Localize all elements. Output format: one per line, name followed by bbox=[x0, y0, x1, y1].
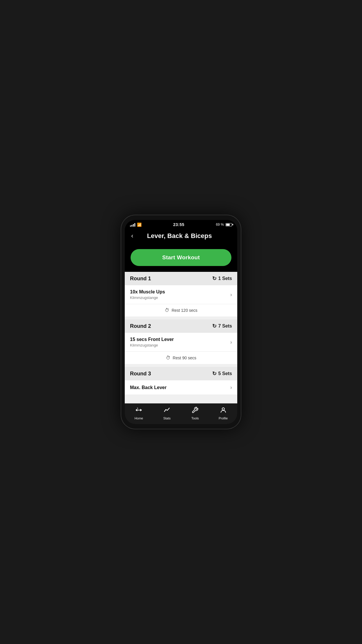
round-2-header: Round 2 ↻ 7 Sets bbox=[125, 319, 237, 333]
status-bar: 📶 23:55 69 % bbox=[125, 220, 237, 228]
rest-label-1: Rest 120 secs bbox=[172, 308, 198, 313]
exercise-row-back-lever[interactable]: Max. Back Lever › bbox=[125, 380, 237, 395]
battery-icon bbox=[226, 223, 232, 226]
chevron-right-icon: › bbox=[230, 292, 232, 298]
round-card-3: Round 3 ↻ 5 Sets Max. Back Lever › bbox=[125, 367, 237, 395]
profile-icon bbox=[220, 407, 227, 415]
start-workout-container: Start Workout bbox=[125, 245, 237, 272]
start-workout-button[interactable]: Start Workout bbox=[131, 249, 231, 266]
round-3-sets: ↻ 5 Sets bbox=[212, 370, 232, 377]
bottom-nav: Home Stats Tools bbox=[125, 403, 237, 424]
svg-rect-0 bbox=[136, 410, 137, 411]
header: ‹ Lever, Back & Biceps bbox=[125, 228, 237, 245]
wifi-icon: 📶 bbox=[137, 223, 142, 227]
status-left: 📶 bbox=[130, 223, 142, 227]
exercise-name-front-lever: 15 secs Front Lever bbox=[130, 337, 174, 342]
nav-label-tools: Tools bbox=[191, 416, 199, 420]
back-button[interactable]: ‹ bbox=[130, 231, 134, 241]
exercise-equipment-muscle-ups: Klimmzugstange bbox=[130, 295, 165, 300]
battery-percentage: 69 % bbox=[216, 223, 224, 227]
exercise-row-front-lever[interactable]: 15 secs Front Lever Klimmzugstange › bbox=[125, 333, 237, 352]
exercise-name-back-lever: Max. Back Lever bbox=[130, 385, 166, 390]
nav-item-tools[interactable]: Tools bbox=[185, 407, 205, 420]
nav-item-profile[interactable]: Profile bbox=[213, 407, 233, 420]
round-1-header: Round 1 ↻ 1 Sets bbox=[125, 272, 237, 285]
round-3-sets-label: 5 Sets bbox=[218, 371, 232, 376]
nav-label-profile: Profile bbox=[219, 416, 228, 420]
status-right: 69 % bbox=[216, 223, 232, 227]
repeat-icon-3: ↻ bbox=[212, 370, 217, 377]
chevron-right-icon-2: › bbox=[230, 339, 232, 345]
exercise-row-muscle-ups[interactable]: 10x Muscle Ups Klimmzugstange › bbox=[125, 285, 237, 304]
round-2-title: Round 2 bbox=[130, 323, 151, 329]
repeat-icon: ↻ bbox=[212, 275, 217, 282]
screen: 📶 23:55 69 % ‹ Lever, Back & Biceps Star… bbox=[125, 220, 237, 424]
round-1-title: Round 1 bbox=[130, 276, 151, 282]
round-1-sets: ↻ 1 Sets bbox=[212, 275, 232, 282]
svg-rect-2 bbox=[137, 410, 140, 410]
nav-item-home[interactable]: Home bbox=[129, 407, 149, 420]
round-2-sets-label: 7 Sets bbox=[218, 323, 232, 329]
exercise-name-muscle-ups: 10x Muscle Ups bbox=[130, 289, 165, 295]
round-2-sets: ↻ 7 Sets bbox=[212, 323, 232, 329]
svg-rect-4 bbox=[141, 410, 142, 411]
round-card-2: Round 2 ↻ 7 Sets 15 secs Front Lever Kli… bbox=[125, 319, 237, 364]
exercise-equipment-front-lever: Klimmzugstange bbox=[130, 343, 174, 347]
round-3-title: Round 3 bbox=[130, 371, 151, 377]
round-card-1: Round 1 ↻ 1 Sets 10x Muscle Ups Klimmzug… bbox=[125, 272, 237, 316]
svg-rect-1 bbox=[137, 409, 137, 411]
rest-row-1: ⏱ Rest 120 secs bbox=[125, 304, 237, 316]
nav-item-stats[interactable]: Stats bbox=[157, 407, 177, 420]
rounds-list: Round 1 ↻ 1 Sets 10x Muscle Ups Klimmzug… bbox=[125, 272, 237, 403]
round-3-header: Round 3 ↻ 5 Sets bbox=[125, 367, 237, 380]
content-area: Start Workout Round 1 ↻ 1 Sets 10 bbox=[125, 245, 237, 403]
phone-shell: 📶 23:55 69 % ‹ Lever, Back & Biceps Star… bbox=[121, 215, 241, 429]
page-title: Lever, Back & Biceps bbox=[137, 232, 222, 240]
svg-rect-3 bbox=[140, 409, 141, 411]
svg-point-7 bbox=[222, 408, 224, 410]
exercise-info-muscle-ups: 10x Muscle Ups Klimmzugstange bbox=[130, 289, 165, 300]
rest-row-2: ⏱ Rest 90 secs bbox=[125, 352, 237, 364]
rest-label-2: Rest 90 secs bbox=[173, 356, 196, 360]
timer-icon-2: ⏱ bbox=[166, 355, 171, 360]
round-1-sets-label: 1 Sets bbox=[218, 276, 232, 281]
status-time: 23:55 bbox=[173, 222, 184, 227]
tools-icon bbox=[191, 407, 198, 415]
chevron-right-icon-3: › bbox=[230, 384, 232, 391]
battery-fill bbox=[226, 224, 230, 226]
exercise-info-back-lever: Max. Back Lever bbox=[130, 385, 166, 390]
nav-label-home: Home bbox=[135, 416, 143, 420]
timer-icon-1: ⏱ bbox=[165, 308, 169, 313]
stats-icon bbox=[164, 407, 171, 415]
home-icon bbox=[135, 407, 142, 415]
nav-label-stats: Stats bbox=[163, 416, 171, 420]
signal-bars-icon bbox=[130, 223, 135, 227]
repeat-icon-2: ↻ bbox=[212, 323, 217, 329]
exercise-info-front-lever: 15 secs Front Lever Klimmzugstange bbox=[130, 337, 174, 347]
